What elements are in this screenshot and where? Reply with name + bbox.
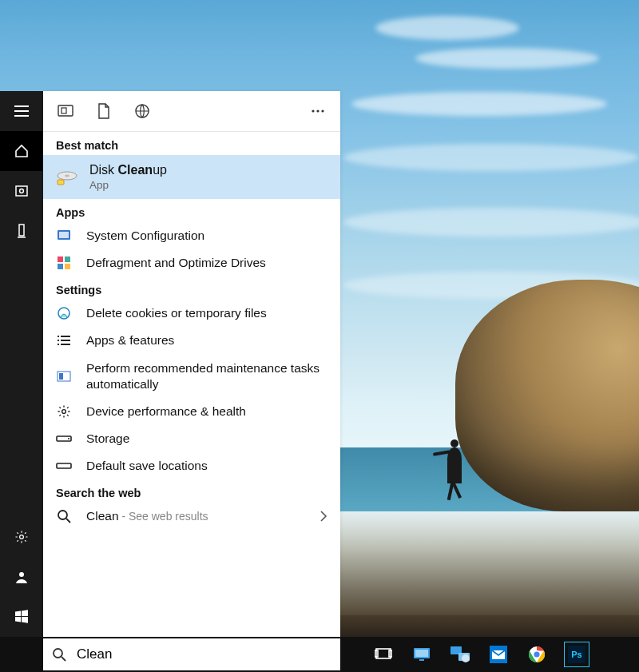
task-view-button[interactable] [372, 643, 395, 666]
flag-icon [56, 368, 72, 384]
result-label: Defragment and Optimize Drives [86, 255, 327, 271]
svg-point-40 [534, 651, 541, 658]
result-label: Storage [86, 431, 327, 447]
person-icon [14, 570, 29, 584]
section-settings: Settings [43, 276, 340, 300]
svg-point-4 [19, 572, 24, 577]
hamburger-icon [14, 105, 29, 117]
svg-point-12 [65, 174, 69, 177]
svg-point-27 [58, 511, 67, 519]
tower-icon [15, 223, 28, 239]
result-label: Perform recommended maintenance tasks au… [86, 360, 327, 392]
web-result[interactable]: Clean - See web results [43, 503, 340, 530]
result-label: Delete cookies or temporary files [86, 305, 327, 321]
sysconfig-icon [56, 228, 72, 244]
results-body: Best match Disk Cleanup App Apps System … [43, 132, 340, 637]
filter-documents-button[interactable] [85, 91, 123, 131]
svg-rect-2 [19, 225, 24, 236]
wet-sand-reflection [335, 511, 639, 615]
pictures-button[interactable] [0, 171, 43, 211]
svg-rect-6 [62, 108, 66, 113]
start-left-rail [0, 91, 43, 637]
hamburger-button[interactable] [0, 91, 43, 131]
storage-icon [56, 431, 72, 447]
svg-rect-22 [59, 373, 63, 380]
setting-device-health[interactable]: Device performance & health [43, 398, 340, 425]
svg-point-23 [62, 410, 66, 414]
svg-rect-19 [65, 264, 70, 269]
network-icon[interactable] [449, 643, 471, 666]
apps-icon [58, 104, 73, 118]
taskbar-search-box[interactable] [43, 638, 340, 670]
desktop-wallpaper: Best match Disk Cleanup App Apps System … [0, 0, 639, 672]
app-result-system-configuration[interactable]: System Configuration [43, 222, 340, 249]
svg-point-37 [462, 654, 470, 662]
setting-storage[interactable]: Storage [43, 425, 340, 452]
svg-point-25 [68, 438, 69, 439]
svg-rect-26 [57, 463, 71, 468]
chrome-icon[interactable] [526, 643, 548, 666]
taskbar-pinned-apps: Ps [340, 642, 639, 667]
svg-point-10 [321, 109, 323, 112]
search-icon [56, 508, 72, 524]
setting-delete-cookies[interactable]: Delete cookies or temporary files [43, 300, 340, 327]
more-filters-button[interactable] [299, 91, 337, 131]
settings-button[interactable] [0, 517, 43, 557]
search-filter-bar [43, 91, 340, 132]
person-silhouette [447, 447, 462, 483]
windows-icon [14, 610, 29, 624]
result-label: Apps & features [86, 332, 327, 348]
mail-icon[interactable] [487, 643, 510, 666]
chevron-right-icon [320, 511, 327, 522]
svg-rect-33 [415, 650, 428, 657]
disk-cleanup-icon [56, 166, 78, 189]
svg-point-1 [20, 189, 24, 193]
search-results-panel: Best match Disk Cleanup App Apps System … [43, 91, 340, 637]
svg-text:Ps: Ps [571, 650, 581, 659]
gear-icon [14, 530, 29, 544]
ellipsis-icon [311, 109, 325, 113]
section-web: Search the web [43, 479, 340, 503]
list-icon [56, 332, 72, 348]
svg-point-3 [20, 535, 24, 539]
tower-button[interactable] [0, 211, 43, 251]
svg-rect-16 [58, 256, 63, 262]
svg-rect-15 [59, 232, 69, 238]
svg-rect-17 [65, 256, 70, 262]
section-apps: Apps [43, 199, 340, 222]
this-pc-icon[interactable] [411, 643, 433, 666]
globe-icon [134, 103, 150, 119]
document-icon [97, 103, 110, 119]
cookies-icon [56, 305, 72, 321]
best-match-title: Disk Cleanup [89, 163, 167, 177]
setting-default-save[interactable]: Default save locations [43, 452, 340, 479]
section-best-match: Best match [43, 132, 340, 155]
filter-web-button[interactable] [123, 91, 161, 131]
home-button[interactable] [0, 131, 43, 171]
svg-rect-18 [58, 264, 63, 269]
start-button[interactable] [0, 597, 43, 637]
setting-maintenance[interactable]: Perform recommended maintenance tasks au… [43, 355, 340, 398]
home-icon [14, 144, 29, 158]
best-match-result[interactable]: Disk Cleanup App [43, 155, 340, 199]
svg-rect-34 [419, 659, 424, 661]
drive-icon [56, 458, 72, 474]
picture-icon [14, 184, 29, 198]
photoshop-icon[interactable]: Ps [564, 642, 589, 667]
svg-point-9 [316, 109, 319, 112]
setting-apps-features[interactable]: Apps & features [43, 327, 340, 354]
result-label: System Configuration [86, 228, 327, 244]
account-button[interactable] [0, 557, 43, 597]
web-result-text: Clean - See web results [86, 508, 320, 524]
search-input[interactable] [75, 646, 340, 663]
taskbar-start-area [0, 637, 43, 672]
search-icon [43, 647, 75, 662]
svg-rect-5 [58, 105, 73, 116]
defrag-icon [56, 255, 72, 271]
svg-rect-0 [16, 186, 27, 196]
taskbar: Ps [0, 637, 639, 672]
svg-point-28 [54, 649, 62, 658]
result-label: Default save locations [86, 458, 327, 474]
filter-apps-button[interactable] [46, 91, 85, 131]
app-result-defragment[interactable]: Defragment and Optimize Drives [43, 249, 340, 276]
